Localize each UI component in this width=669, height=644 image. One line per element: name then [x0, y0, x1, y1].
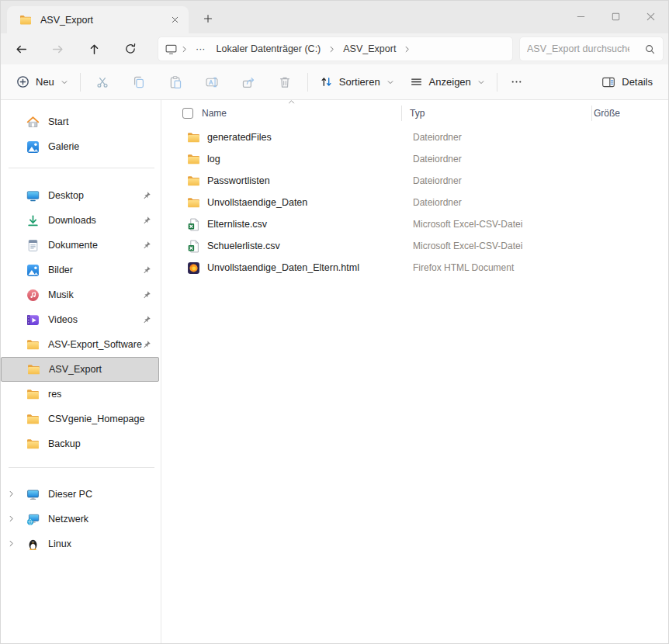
- sidebar-item-downloads[interactable]: Downloads: [1, 208, 161, 233]
- sidebar-item-netzwerk[interactable]: Netzwerk: [1, 507, 161, 531]
- breadcrumb-chevron-icon[interactable]: [179, 45, 189, 54]
- sidebar-item-asv-export-software[interactable]: ASV-Export_Software: [1, 332, 161, 357]
- file-type: Microsoft Excel-CSV-Datei: [401, 241, 591, 251]
- search-icon[interactable]: [644, 43, 656, 55]
- up-button[interactable]: [81, 36, 106, 61]
- sort-button[interactable]: Sortieren: [312, 69, 402, 95]
- toolbar-divider: [80, 73, 81, 92]
- folder-icon: [187, 175, 200, 188]
- column-separator[interactable]: [591, 106, 592, 121]
- file-row[interactable]: Schuelerliste.csv Microsoft Excel-CSV-Da…: [162, 235, 668, 257]
- column-header-name[interactable]: Name: [202, 108, 392, 119]
- sidebar-item-galerie[interactable]: Galerie: [1, 134, 161, 159]
- sidebar-item-desktop[interactable]: Desktop: [1, 183, 161, 208]
- copy-button[interactable]: [121, 69, 158, 95]
- close-button[interactable]: [633, 1, 668, 32]
- details-pane-button[interactable]: Details: [594, 69, 660, 95]
- file-row[interactable]: generatedFiles Dateiordner: [162, 126, 668, 148]
- toolbar-divider: [307, 73, 308, 92]
- column-header-size[interactable]: Größe: [582, 108, 620, 119]
- navigation-pane: Start Galerie Desktop Downloads Dokument…: [1, 100, 161, 643]
- view-button[interactable]: Anzeigen: [402, 69, 493, 95]
- cut-button[interactable]: [85, 69, 121, 95]
- sidebar-item-csvgenie-homepage[interactable]: CSVgenie_Homepage: [1, 407, 161, 431]
- column-separator[interactable]: [401, 106, 402, 121]
- rename-icon: [205, 75, 219, 89]
- sidebar-item-label: Dieser PC: [48, 489, 92, 500]
- sidebar-item-label: res: [48, 389, 61, 400]
- maximize-button[interactable]: [598, 1, 633, 32]
- file-row[interactable]: Unvollstaendige_Daten_Eltern.html Firefo…: [162, 257, 668, 279]
- sort-button-label: Sortieren: [339, 76, 380, 88]
- sidebar-divider: [9, 168, 154, 168]
- sidebar-item-dokumente[interactable]: Dokumente: [1, 233, 161, 258]
- new-tab-button[interactable]: [198, 9, 218, 29]
- close-icon: [170, 15, 180, 25]
- excel-csv-icon: [187, 218, 200, 231]
- command-toolbar: Neu Sortieren Anzeigen Details: [1, 64, 668, 100]
- explorer-tab[interactable]: ASV_Export: [7, 6, 189, 33]
- share-button[interactable]: [231, 69, 267, 95]
- minimize-button[interactable]: [563, 1, 598, 32]
- downloads-icon: [26, 214, 40, 227]
- pin-icon: [142, 315, 151, 324]
- more-options-button[interactable]: [501, 69, 532, 95]
- file-row[interactable]: Unvollstaendige_Daten Dateiordner: [162, 192, 668, 213]
- forward-button[interactable]: [45, 36, 70, 61]
- delete-button[interactable]: [267, 69, 303, 95]
- sidebar-item-musik[interactable]: Musik: [1, 282, 161, 307]
- folder-icon: [187, 131, 200, 144]
- breadcrumb-overflow[interactable]: ···: [191, 41, 210, 57]
- file-row[interactable]: log Dateiordner: [162, 148, 668, 170]
- tab-close-button[interactable]: [165, 11, 184, 29]
- file-name: Unvollstaendige_Daten_Eltern.html: [207, 262, 359, 273]
- sidebar-item-label: Bilder: [48, 265, 73, 275]
- folder-icon: [26, 438, 40, 451]
- file-row[interactable]: Elternliste.csv Microsoft Excel-CSV-Date…: [162, 213, 668, 235]
- network-icon: [26, 513, 40, 526]
- document-icon: [26, 239, 40, 252]
- sidebar-item-asv-export[interactable]: ASV_Export: [1, 357, 159, 382]
- breadcrumb-current-folder[interactable]: ASV_Export: [338, 41, 400, 57]
- folder-icon: [19, 14, 32, 26]
- refresh-button[interactable]: [118, 36, 143, 61]
- folder-icon: [187, 196, 200, 209]
- sidebar-item-bilder[interactable]: Bilder: [1, 258, 161, 282]
- sidebar-item-videos[interactable]: Videos: [1, 307, 161, 332]
- search-input[interactable]: [527, 43, 629, 54]
- file-name-cell: Elternliste.csv: [162, 218, 401, 231]
- minimize-icon: [575, 11, 587, 23]
- sidebar-item-backup[interactable]: Backup: [1, 431, 161, 456]
- new-button[interactable]: Neu: [9, 69, 76, 95]
- folder-icon: [26, 338, 40, 351]
- back-button[interactable]: [9, 36, 33, 61]
- sidebar-item-dieser-pc[interactable]: Dieser PC: [1, 482, 161, 507]
- breadcrumb-chevron-icon[interactable]: [402, 45, 412, 54]
- share-icon: [241, 75, 255, 89]
- view-list-icon: [410, 75, 423, 88]
- chevron-down-icon: [477, 78, 485, 86]
- chevron-right-icon[interactable]: [7, 490, 16, 498]
- chevron-right-icon[interactable]: [7, 514, 16, 523]
- paste-button[interactable]: [158, 69, 194, 95]
- rename-button[interactable]: [194, 69, 231, 95]
- this-pc-icon[interactable]: [165, 43, 178, 56]
- breadcrumb-chevron-icon[interactable]: [327, 45, 337, 54]
- sidebar-item-label: Galerie: [48, 141, 79, 152]
- folder-icon: [26, 388, 40, 401]
- ellipsis-icon: [510, 75, 523, 88]
- address-bar[interactable]: ··· Lokaler Datenträger (C:) ASV_Export: [158, 36, 513, 61]
- close-icon: [645, 11, 657, 23]
- sidebar-item-res[interactable]: res: [1, 382, 161, 407]
- view-button-label: Anzeigen: [429, 76, 471, 88]
- forward-icon: [51, 43, 64, 56]
- search-box: [519, 36, 664, 61]
- select-all-checkbox[interactable]: [182, 108, 193, 119]
- sidebar-item-start[interactable]: Start: [1, 109, 161, 134]
- chevron-right-icon[interactable]: [7, 539, 16, 548]
- sidebar-item-linux[interactable]: Linux: [1, 531, 161, 556]
- breadcrumb-drive[interactable]: Lokaler Datenträger (C:): [212, 41, 326, 57]
- file-row[interactable]: Passwortlisten Dateiordner: [162, 170, 668, 192]
- file-name-cell: Unvollstaendige_Daten: [162, 196, 401, 209]
- column-header-type[interactable]: Typ: [392, 108, 582, 119]
